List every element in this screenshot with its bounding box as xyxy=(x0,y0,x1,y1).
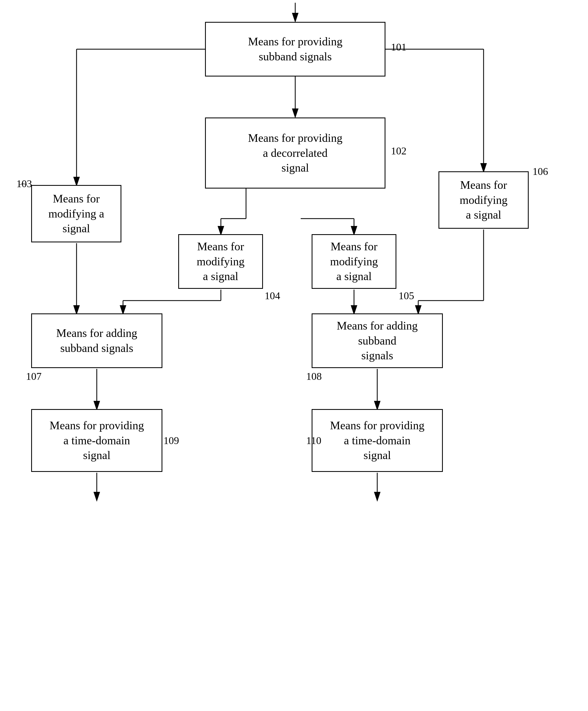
box-110-label: Means for providing a time-domain signal xyxy=(330,418,424,463)
box-106: Means for modifying a signal xyxy=(439,171,529,229)
diagram-container: Means for providing subband signals 101 … xyxy=(0,0,588,711)
box-105: Means for modifying a signal xyxy=(312,234,396,289)
box-108-label: Means for adding subband signals xyxy=(317,318,438,363)
ref-103-arrow: ⌒ xyxy=(18,182,28,195)
ref-106: 106 xyxy=(532,165,548,177)
box-108: Means for adding subband signals xyxy=(312,314,443,368)
ref-105: 105 xyxy=(399,289,414,302)
box-101: Means for providing subband signals xyxy=(205,22,385,77)
box-102-label: Means for providing a decorrelated signa… xyxy=(248,131,342,175)
box-104-label: Means for modifying a signal xyxy=(197,239,245,284)
ref-101: 101 xyxy=(391,41,406,53)
ref-107: 107 xyxy=(26,370,42,382)
ref-102: 102 xyxy=(391,145,406,157)
box-103-label: Means for modifying a signal xyxy=(48,191,104,236)
box-106-label: Means for modifying a signal xyxy=(460,178,508,222)
box-109: Means for providing a time-domain signal xyxy=(31,409,162,472)
ref-104: 104 xyxy=(265,289,280,302)
box-107: Means for adding subband signals xyxy=(31,314,162,368)
box-105-label: Means for modifying a signal xyxy=(330,239,378,284)
box-107-label: Means for adding subband signals xyxy=(56,326,137,356)
box-101-label: Means for providing subband signals xyxy=(248,34,342,64)
box-110: Means for providing a time-domain signal xyxy=(312,409,443,472)
ref-110: 110 xyxy=(306,434,321,447)
box-102: Means for providing a decorrelated signa… xyxy=(205,117,385,189)
ref-108: 108 xyxy=(306,370,322,382)
box-104: Means for modifying a signal xyxy=(178,234,263,289)
box-109-label: Means for providing a time-domain signal xyxy=(49,418,144,463)
ref-109: 109 xyxy=(164,434,179,447)
box-103: Means for modifying a signal xyxy=(31,185,121,242)
